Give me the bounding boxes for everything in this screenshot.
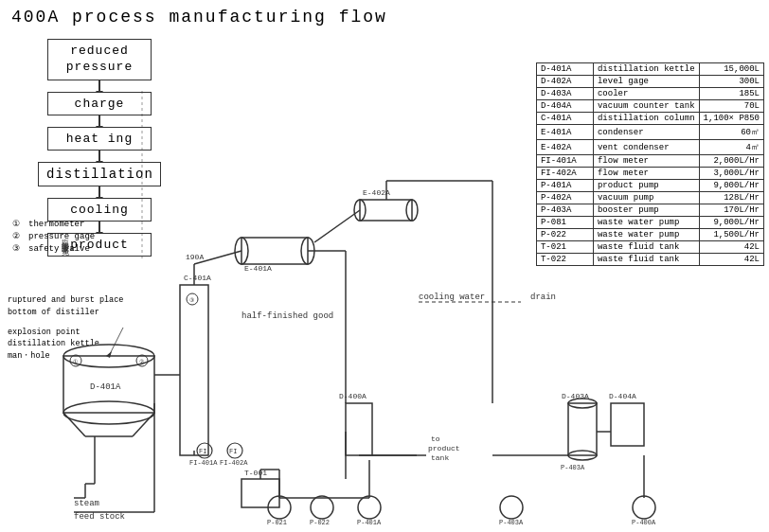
equipment-row: C-401Adistillation column1,100× P850 — [536, 113, 763, 125]
flow-arrow-5 — [98, 222, 100, 233]
note-explosion: explosion point — [8, 327, 123, 339]
svg-text:half-finished good: half-finished good — [241, 311, 333, 321]
equipment-spec: 42L — [699, 254, 763, 266]
thermometer-symbol: ① — [8, 219, 25, 229]
equipment-row: P-403Abooster pump170L/Hr — [536, 204, 763, 217]
flow-arrow-1 — [98, 80, 100, 92]
svg-rect-24 — [346, 403, 372, 455]
svg-text:drain: drain — [530, 293, 556, 302]
note-ruptured: ruptured and burst place — [8, 294, 123, 307]
equipment-id: E-402A — [536, 140, 593, 155]
equipment-name: vacuum counter tank — [593, 100, 699, 113]
safety-label: safety valve — [28, 244, 90, 254]
svg-text:cooling water: cooling water — [419, 293, 485, 302]
svg-rect-18 — [568, 403, 597, 455]
pressure-symbol: ② — [8, 231, 25, 241]
flow-step-heating: heat ing — [47, 127, 152, 151]
equipment-spec: 128L/Hr — [699, 192, 763, 204]
svg-text:P-021: P-021 — [267, 519, 287, 526]
equipment-spec: 1,500L/Hr — [699, 229, 763, 241]
svg-text:P-403A: P-403A — [561, 464, 585, 471]
svg-point-20 — [568, 451, 597, 460]
equipment-name: vacuum pump — [593, 192, 699, 204]
equipment-name: flow meter — [593, 155, 699, 168]
equipment-row: D-404Avacuum counter tank70L — [536, 100, 763, 113]
svg-point-30 — [358, 496, 381, 519]
equipment-id: D-404A — [536, 100, 593, 113]
equipment-id: T-022 — [536, 254, 593, 266]
equipment-id: T-021 — [536, 241, 593, 254]
equipment-row: E-401Acondenser60㎡ — [536, 125, 763, 140]
equipment-table: D-401Adistillation kettle15,000LD-402Ale… — [536, 62, 764, 266]
thermometer-label: thermometer — [28, 220, 84, 229]
equipment-id: FI-401A — [536, 155, 593, 168]
equipment-name: booster pump — [593, 204, 699, 217]
svg-point-19 — [568, 399, 597, 408]
equipment-spec: 15,000L — [699, 63, 763, 76]
equipment-row: D-402Alevel gage300L — [536, 76, 763, 88]
svg-rect-14 — [360, 200, 412, 221]
equipment-name: waste water pump — [593, 217, 699, 229]
equipment-name: product pump — [593, 180, 699, 192]
equipment-id: P-402A — [536, 192, 593, 204]
svg-rect-34 — [241, 479, 279, 507]
equipment-id: C-401A — [536, 113, 593, 125]
equipment-row: FI-402Aflow meter3,000L/Hr — [536, 168, 763, 180]
notes: ruptured and burst place bottom of disti… — [8, 294, 123, 363]
equipment-name: vent condenser — [593, 140, 699, 155]
equipment-spec: 42L — [699, 241, 763, 254]
equipment-id: D-403A — [536, 88, 593, 100]
equipment-id: FI-402A — [536, 168, 593, 180]
equipment-name: flow meter — [593, 168, 699, 180]
equipment-spec: 9,000L/Hr — [699, 217, 763, 229]
equipment-spec: 4㎡ — [699, 140, 763, 155]
svg-line-47 — [314, 210, 360, 242]
svg-text:FI: FI — [199, 448, 206, 455]
page-title: 400A process manufacturing flow — [0, 0, 769, 34]
svg-point-39 — [227, 443, 242, 458]
note-bottom: bottom of distiller — [8, 307, 123, 319]
equipment-name: waste fluid tank — [593, 254, 699, 266]
svg-point-32 — [633, 496, 655, 519]
equipment-spec: 2,000L/Hr — [699, 155, 763, 168]
equipment-row: P-402Avacuum pump128L/Hr — [536, 192, 763, 204]
equipment-name: cooler — [593, 88, 699, 100]
svg-point-42 — [500, 496, 523, 519]
note-manhole: man・hole — [8, 350, 123, 363]
equipment-spec: 60㎡ — [699, 125, 763, 140]
pressure-label: pressure gage — [28, 232, 95, 241]
flow-arrow-4 — [98, 186, 100, 198]
equipment-row: T-021waste fluid tank42L — [536, 241, 763, 254]
legend-safety-valve: ③ safety valve — [8, 243, 95, 254]
svg-point-28 — [311, 496, 333, 519]
equipment-row: D-401Adistillation kettle15,000L — [536, 63, 763, 76]
svg-text:D-403A: D-403A — [562, 392, 589, 400]
equipment-spec: 170L/Hr — [699, 204, 763, 217]
svg-point-11 — [235, 238, 248, 264]
svg-point-16 — [406, 200, 418, 221]
svg-point-26 — [268, 496, 291, 519]
flow-column: reducedpressure charge heat ing distilla… — [0, 34, 199, 528]
note-kettle: distillation kettle — [8, 338, 123, 350]
svg-text:product: product — [428, 444, 460, 452]
equipment-id: P-401A — [536, 180, 593, 192]
equipment-row: P-401Aproduct pump9,000L/Hr — [536, 180, 763, 192]
equipment-id: D-402A — [536, 76, 593, 88]
equipment-name: waste water pump — [593, 229, 699, 241]
svg-text:to: to — [431, 434, 440, 443]
equipment-spec: 300L — [699, 76, 763, 88]
equipment-spec: 3,000L/Hr — [699, 168, 763, 180]
svg-text:FI-402A: FI-402A — [220, 459, 248, 467]
equipment-name: waste fluid tank — [593, 241, 699, 254]
equipment-row: E-402Avent condenser4㎡ — [536, 140, 763, 155]
equipment-row: FI-401Aflow meter2,000L/Hr — [536, 155, 763, 168]
equipment-id: D-401A — [536, 63, 593, 76]
equipment-row: T-022waste fluid tank42L — [536, 254, 763, 266]
equipment-id: P-022 — [536, 229, 593, 241]
svg-text:E-401A: E-401A — [244, 264, 272, 273]
flow-step-distillation: distillation — [38, 162, 161, 186]
svg-text:P-400A: P-400A — [632, 519, 656, 526]
equipment-name: condenser — [593, 125, 699, 140]
equipment-id: P-081 — [536, 217, 593, 229]
equipment-spec: 9,000L/Hr — [699, 180, 763, 192]
